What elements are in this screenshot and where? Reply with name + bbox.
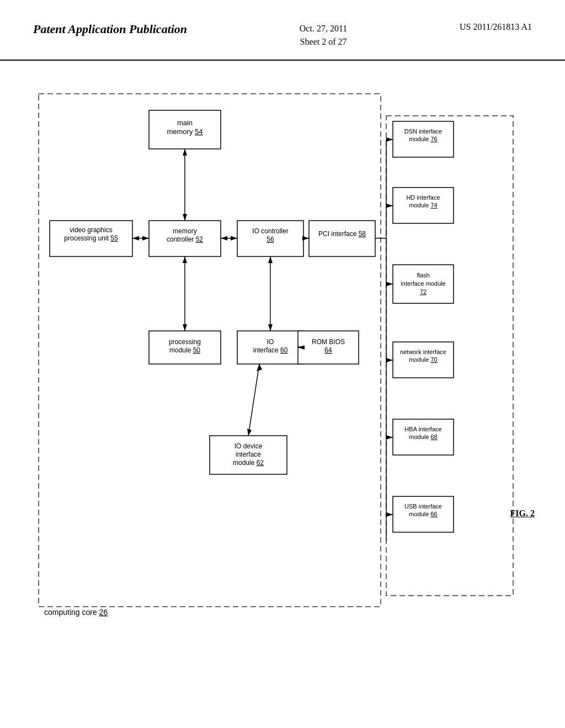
svg-text:memory: memory [173, 227, 196, 235]
svg-text:module 70: module 70 [409, 356, 437, 363]
svg-text:USB interface: USB interface [404, 503, 442, 510]
svg-text:DSN interface: DSN interface [404, 128, 442, 135]
svg-text:HBA interface: HBA interface [404, 426, 441, 432]
svg-text:video graphics: video graphics [70, 226, 112, 234]
svg-marker-63 [268, 324, 273, 331]
diagram-area: computing core 26 main memory 54 video g… [0, 61, 565, 695]
svg-marker-57 [231, 236, 237, 240]
svg-text:IO device: IO device [234, 442, 263, 450]
svg-marker-54 [142, 236, 149, 240]
svg-text:IO: IO [267, 338, 274, 346]
svg-text:controller 52: controller 52 [167, 235, 203, 243]
circuit-diagram: computing core 26 main memory 54 video g… [0, 61, 565, 695]
svg-text:HD interface: HD interface [406, 194, 440, 201]
svg-text:72: 72 [420, 288, 427, 295]
svg-text:56: 56 [266, 235, 274, 243]
patent-number: US 2011/261813 A1 [460, 22, 532, 32]
svg-text:memory 54: memory 54 [167, 127, 202, 136]
svg-marker-76 [386, 204, 393, 208]
svg-text:interface 60: interface 60 [253, 346, 288, 354]
page-header: Patent Application Publication Oct. 27, … [0, 0, 565, 61]
svg-marker-84 [386, 512, 393, 517]
svg-text:interface module: interface module [401, 280, 445, 287]
svg-text:network interface: network interface [400, 349, 446, 355]
svg-text:computing core 26: computing core 26 [44, 608, 108, 617]
svg-text:module 66: module 66 [409, 511, 437, 517]
svg-text:module 50: module 50 [169, 346, 200, 354]
svg-marker-60 [183, 324, 187, 331]
svg-rect-28 [309, 221, 375, 256]
svg-text:flash: flash [417, 272, 429, 279]
svg-text:module 76: module 76 [409, 136, 437, 142]
svg-marker-50 [183, 149, 187, 156]
svg-marker-82 [386, 435, 393, 440]
svg-text:64: 64 [324, 346, 332, 354]
svg-text:main: main [177, 119, 193, 127]
svg-marker-56 [221, 236, 227, 240]
svg-text:processing unit 55: processing unit 55 [64, 234, 118, 242]
header-sheet-info: Oct. 27, 2011 Sheet 2 of 27 [300, 22, 348, 49]
svg-marker-59 [183, 256, 187, 263]
svg-line-64 [248, 364, 259, 436]
svg-marker-51 [183, 214, 187, 221]
svg-text:processing: processing [169, 338, 201, 346]
svg-marker-66 [247, 429, 252, 436]
svg-text:module 62: module 62 [233, 459, 264, 467]
svg-marker-74 [386, 137, 393, 142]
svg-marker-53 [132, 236, 139, 240]
svg-text:module 68: module 68 [409, 433, 437, 440]
svg-marker-78 [386, 282, 393, 286]
svg-marker-70 [302, 236, 309, 240]
svg-text:IO controller: IO controller [252, 227, 288, 235]
svg-marker-65 [257, 364, 262, 371]
svg-text:module 74: module 74 [409, 202, 437, 208]
svg-marker-80 [386, 358, 393, 362]
svg-text:PCI interface 58: PCI interface 58 [318, 230, 366, 238]
publication-title: Patent Application Publication [33, 22, 187, 36]
figure-label: FIG. 2 [510, 508, 535, 518]
svg-text:ROM BIOS: ROM BIOS [312, 338, 345, 346]
svg-marker-62 [268, 256, 273, 263]
svg-text:interface: interface [236, 451, 261, 458]
